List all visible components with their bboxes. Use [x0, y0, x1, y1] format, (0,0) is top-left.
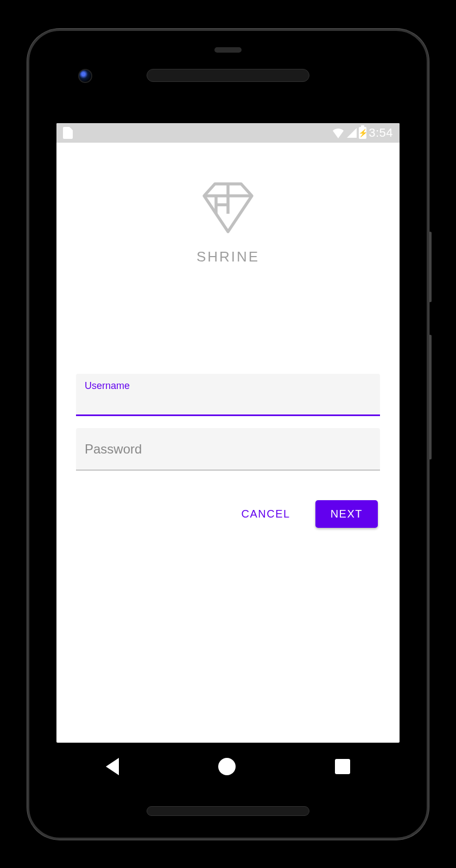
speaker-bottom	[147, 806, 309, 816]
button-row: CANCEL NEXT	[76, 500, 380, 528]
signal-icon	[347, 128, 357, 138]
status-right: ⚡ 3:54	[332, 126, 393, 140]
front-camera	[78, 69, 92, 83]
cancel-button[interactable]: CANCEL	[226, 500, 306, 528]
diamond-icon	[198, 181, 258, 235]
app-content: SHRINE Username Password CANCEL NEXT	[56, 143, 400, 743]
speaker-top	[147, 69, 309, 82]
password-field[interactable]: Password	[76, 428, 380, 470]
home-button-icon[interactable]	[218, 758, 236, 775]
earpiece-dot	[214, 47, 242, 53]
sd-card-icon	[63, 127, 73, 139]
phone-frame: ⚡ 3:54 SHRINE	[27, 29, 429, 840]
username-field[interactable]: Username	[76, 374, 380, 416]
next-button[interactable]: NEXT	[315, 500, 378, 528]
screen: ⚡ 3:54 SHRINE	[56, 123, 400, 743]
recent-apps-button-icon[interactable]	[335, 759, 350, 774]
side-button-2	[429, 335, 432, 459]
back-button-icon[interactable]	[106, 758, 119, 775]
logo-section: SHRINE	[197, 181, 259, 265]
battery-icon: ⚡	[359, 127, 366, 139]
battery-bolt-icon: ⚡	[358, 129, 368, 137]
username-label: Username	[85, 380, 371, 392]
status-left	[63, 127, 73, 139]
wifi-icon	[332, 127, 345, 138]
side-button-1	[429, 232, 432, 302]
login-form: Username Password CANCEL NEXT	[73, 374, 383, 528]
username-input[interactable]	[85, 394, 371, 408]
android-nav-bar	[56, 747, 400, 786]
app-title: SHRINE	[197, 248, 259, 265]
password-placeholder: Password	[85, 442, 371, 457]
status-bar: ⚡ 3:54	[56, 123, 400, 143]
status-time: 3:54	[369, 126, 393, 140]
